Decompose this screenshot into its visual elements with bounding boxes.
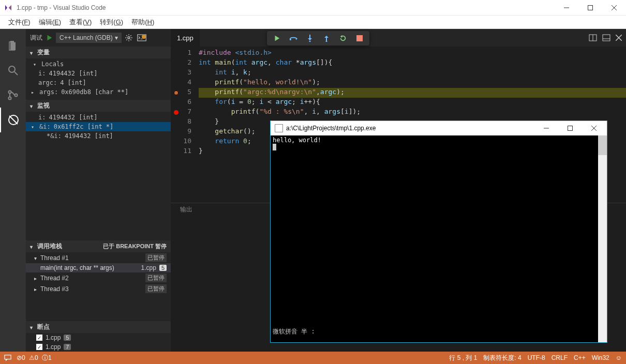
status-bar: ⊘0 ⚠0 ⓘ1 行 5 , 列 1 制表符长度: 4 UTF-8 CRLF C… [0, 352, 626, 364]
step-into-button[interactable] [303, 32, 317, 45]
editor-tab[interactable]: 1.cpp [171, 29, 200, 47]
variables-section[interactable]: 变量 [26, 47, 171, 58]
minimize-button[interactable] [555, 0, 578, 16]
svg-point-19 [290, 39, 291, 40]
variables-tree: Localsi: 4194432 [int]argc: 4 [int]args:… [26, 58, 171, 100]
watch-row[interactable]: *&i: 4194432 [int] [26, 131, 171, 141]
console-close-button[interactable] [582, 121, 606, 135]
thread-row[interactable]: Thread #1已暂停 [26, 252, 171, 263]
watch-row[interactable]: &i: 0x61ff2c [int *] [26, 122, 171, 131]
svg-point-8 [15, 94, 18, 97]
callstack-section[interactable]: 调用堆栈 已于 BREAKPOINT 暂停 [26, 240, 171, 252]
step-out-button[interactable] [320, 32, 333, 45]
continue-button[interactable] [270, 32, 284, 45]
svg-rect-15 [603, 35, 610, 41]
menu-e[interactable]: 编辑(E) [35, 17, 65, 28]
menu-bar: 文件(F)编辑(E)查看(V)转到(G)帮助(H) [0, 16, 626, 29]
debug-toolbar[interactable] [267, 31, 369, 46]
checkbox[interactable]: ✓ [36, 344, 42, 350]
stop-button[interactable] [353, 32, 366, 45]
window-title: 1.cpp - tmp - Visual Studio Code [17, 4, 555, 11]
menu-h[interactable]: 帮助(H) [127, 17, 158, 28]
ime-indicator: 微软拼音 半 : [273, 327, 315, 336]
checkbox[interactable]: ✓ [36, 335, 42, 341]
close-button[interactable] [602, 0, 626, 16]
thread-row[interactable]: Thread #2已暂停 [26, 272, 171, 283]
menu-f[interactable]: 文件(F) [4, 17, 35, 28]
console-window[interactable]: a:\C\LightProjects\tmp\1.cpp.exe hello, … [270, 120, 607, 343]
start-debug-button[interactable] [46, 34, 53, 41]
tab-size[interactable]: 制表符长度: 4 [483, 354, 521, 362]
callstack-status: 已于 BREAKPOINT 暂停 [103, 242, 167, 250]
console-minimize-button[interactable] [534, 121, 558, 135]
menu-g[interactable]: 转到(G) [96, 17, 127, 28]
debug-console-icon[interactable] [136, 33, 147, 42]
close-editor-icon[interactable] [616, 35, 622, 41]
explorer-icon[interactable] [0, 33, 26, 58]
watch-tree: i: 4194432 [int]&i: 0x61ff2c [int *]*&i:… [26, 112, 171, 144]
svg-point-21 [309, 41, 311, 42]
callstack-tree: Thread #1已暂停main(int argc, char ** args)… [26, 252, 171, 294]
launch-config-label: C++ Launch (GDB) [59, 34, 113, 41]
svg-point-4 [9, 66, 15, 72]
gear-icon[interactable] [125, 34, 133, 42]
gutter: 1234567891011 [171, 47, 199, 352]
console-output: hello, world! [273, 136, 605, 144]
thread-row[interactable]: Thread #3已暂停 [26, 283, 171, 294]
eol[interactable]: CRLF [552, 354, 568, 361]
svg-point-23 [326, 41, 327, 42]
console-maximize-button[interactable] [558, 121, 582, 135]
svg-point-11 [128, 37, 130, 39]
stack-frame[interactable]: main(int argc, char ** args)1.cpp5 [26, 263, 171, 272]
chevron-down-icon: ▾ [115, 34, 118, 41]
problems-summary[interactable]: ⊘0 ⚠0 ⓘ1 [17, 354, 52, 362]
watch-row[interactable]: i: 4194432 [int] [26, 113, 171, 122]
maximize-button[interactable] [578, 0, 602, 16]
variable-row[interactable]: i: 4194432 [int] [26, 69, 171, 78]
editor-tabs: 1.cpp [171, 29, 626, 47]
cursor-position[interactable]: 行 5 , 列 1 [449, 354, 477, 362]
svg-line-10 [9, 116, 18, 124]
svg-rect-25 [568, 126, 573, 131]
smiley-icon[interactable]: ☺ [616, 354, 622, 361]
scm-icon[interactable] [0, 83, 26, 108]
app-icon [3, 3, 13, 13]
svg-line-5 [14, 72, 18, 75]
search-icon[interactable] [0, 58, 26, 83]
svg-point-7 [9, 97, 11, 100]
breakpoints-section[interactable]: 断点 [26, 321, 171, 333]
restart-button[interactable] [336, 32, 350, 45]
language-mode[interactable]: C++ [574, 354, 586, 361]
watch-section[interactable]: 监视 [26, 100, 171, 112]
variable-row[interactable]: args: 0x690db8 [char **] [26, 87, 171, 97]
menu-v[interactable]: 查看(V) [65, 17, 96, 28]
split-editor-icon[interactable] [589, 34, 597, 42]
title-bar: 1.cpp - tmp - Visual Studio Code [0, 0, 626, 16]
console-titlebar[interactable]: a:\C\LightProjects\tmp\1.cpp.exe [271, 121, 607, 135]
debug-sidebar: 调试 C++ Launch (GDB) ▾ 变量 Localsi: 419443… [26, 29, 171, 352]
console-body: hello, world! 微软拼音 半 : [271, 135, 607, 342]
editor-actions [585, 29, 626, 47]
console-scrollbar[interactable] [598, 135, 607, 342]
toggle-panel-icon[interactable] [602, 34, 610, 42]
debug-header: 调试 C++ Launch (GDB) ▾ [26, 29, 171, 47]
variable-row[interactable]: argc: 4 [int] [26, 78, 171, 87]
console-title: a:\C\LightProjects\tmp\1.cpp.exe [286, 125, 534, 132]
launch-config-dropdown[interactable]: C++ Launch (GDB) ▾ [56, 33, 122, 43]
activity-bar [0, 29, 26, 352]
breakpoints-tree: ✓1.cpp5✓1.cpp7 [26, 333, 171, 352]
debug-label: 调试 [30, 34, 42, 42]
breakpoint-row[interactable]: ✓1.cpp5 [26, 333, 171, 342]
svg-rect-1 [588, 5, 593, 10]
encoding[interactable]: UTF-8 [528, 354, 545, 361]
select-target[interactable]: Win32 [592, 354, 609, 361]
notification-dot [142, 35, 146, 39]
debug-icon[interactable] [0, 108, 26, 132]
breakpoint-row[interactable]: ✓1.cpp7 [26, 342, 171, 352]
locals-scope[interactable]: Locals [26, 59, 171, 69]
console-app-icon [275, 124, 283, 132]
svg-rect-28 [5, 355, 11, 359]
step-over-button[interactable] [287, 32, 300, 45]
feedback-icon[interactable] [4, 354, 11, 361]
console-cursor [273, 144, 276, 150]
